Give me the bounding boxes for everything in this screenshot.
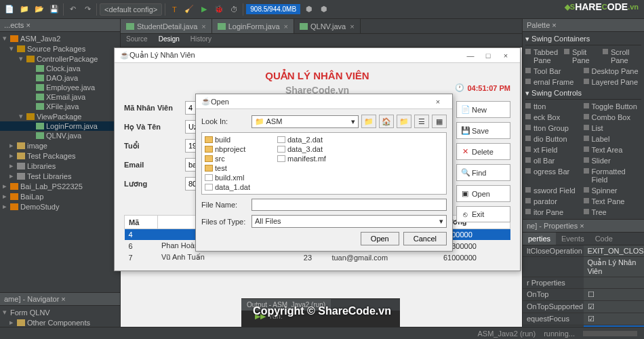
navigator-tab[interactable]: ame] - Navigator × xyxy=(0,293,120,306)
config-combo[interactable]: <default config> xyxy=(100,3,162,16)
property-row[interactable]: Quản Lý Nhân Viên xyxy=(523,257,644,277)
palette-item[interactable]: Tree xyxy=(584,207,642,218)
palette-panel[interactable]: ▾ Swing ContainersTabbed PaneSplit PaneS… xyxy=(523,32,644,219)
palette-item[interactable]: ernal Frame xyxy=(525,77,584,87)
tree-item[interactable]: ▸Test Libraries xyxy=(0,171,120,181)
close-icon[interactable]: × xyxy=(201,22,205,31)
tree-item[interactable]: ▾ASM_Java2 xyxy=(0,33,120,43)
property-row[interactable]: r Properties xyxy=(523,277,644,289)
palette-item[interactable]: eck Box xyxy=(525,112,584,123)
filename-input[interactable] xyxy=(251,199,447,211)
palette-item[interactable]: Tool Bar xyxy=(525,66,584,77)
tree-item[interactable]: ▾ViewPackage xyxy=(0,111,120,121)
palette-item[interactable]: Split Pane xyxy=(564,47,603,66)
prop-tab-code[interactable]: Code xyxy=(590,233,618,245)
project-tree[interactable]: ▾ASM_Java2▾Source Packages▾ControllerPac… xyxy=(0,32,120,292)
file-item[interactable]: data_2.dat xyxy=(277,136,326,144)
profile-icon[interactable]: ⏱ xyxy=(228,3,240,16)
property-row[interactable]: OnTop☐ xyxy=(523,289,644,301)
undo-icon[interactable]: ↶ xyxy=(66,3,79,16)
newfolder-icon[interactable]: 📁 xyxy=(397,115,411,128)
property-row[interactable]: ltCloseOperationEXIT_ON_CLOSE xyxy=(523,245,644,257)
file-list[interactable]: buildnbprojectsrctestbuild.xmldata_1.dat… xyxy=(201,132,447,195)
close-icon[interactable]: × xyxy=(350,22,354,31)
palette-item[interactable]: parator xyxy=(525,196,584,207)
table-row[interactable]: 7Vũ Anh Tuấn23tuan@gmail.com61000000 xyxy=(125,252,510,263)
open-confirm-button[interactable]: Open xyxy=(361,232,399,245)
tree-item[interactable]: ▾ControllerPackage xyxy=(0,54,120,64)
tree-item[interactable]: ▸Libraries xyxy=(0,161,120,171)
palette-item[interactable]: tton xyxy=(525,101,584,112)
palette-item[interactable]: Formatted Field xyxy=(584,166,642,185)
save-all-icon[interactable]: 💾 xyxy=(48,3,60,16)
run-icon[interactable]: ▶ xyxy=(198,3,210,16)
nav-other[interactable]: ▸Other Components xyxy=(0,317,120,327)
tree-item[interactable]: ▾Source Packages xyxy=(0,43,120,54)
projects-tab[interactable]: ...ects × xyxy=(0,19,120,32)
tab-studentdetail[interactable]: StudentDetail.java× xyxy=(121,19,212,33)
tree-item[interactable]: ▸Bai_Lab_PS22325 xyxy=(0,181,120,191)
properties-tab[interactable]: ne] - Properties × xyxy=(523,220,644,233)
subtab-design[interactable]: Design xyxy=(153,34,185,47)
tree-item[interactable]: LoginForm.java xyxy=(0,121,120,131)
palette-item[interactable]: Desktop Pane xyxy=(584,66,642,77)
palette-item[interactable]: Layered Pane xyxy=(584,77,642,87)
new-button[interactable]: 📄New xyxy=(456,101,510,118)
memory-indicator[interactable]: 908.5/944.0MB xyxy=(246,4,300,14)
filetype-combo[interactable]: All Files▾ xyxy=(251,215,447,228)
tree-item[interactable]: QLNV.java xyxy=(0,131,120,140)
tree-item[interactable]: Employee.java xyxy=(0,83,120,92)
palette-item[interactable]: List xyxy=(584,123,642,134)
open-button[interactable]: ▣Open xyxy=(456,185,510,202)
palette-item[interactable]: tton Group xyxy=(525,123,584,134)
extra1-icon[interactable]: ⬢ xyxy=(303,3,315,16)
hammer-icon[interactable]: T xyxy=(168,3,180,16)
palette-item[interactable]: Scroll Pane xyxy=(603,47,641,66)
debug-icon[interactable]: 🐞 xyxy=(213,3,225,16)
palette-item[interactable]: Text Pane xyxy=(584,196,642,207)
properties-grid[interactable]: ltCloseOperationEXIT_ON_CLOSEQuản Lý Nhâ… xyxy=(523,245,644,339)
palette-item[interactable]: oll Bar xyxy=(525,155,584,166)
palette-item[interactable]: xt Field xyxy=(525,144,584,155)
home-icon[interactable]: 🏠 xyxy=(379,115,394,128)
open-icon[interactable]: 📂 xyxy=(33,3,45,16)
palette-item[interactable]: Combo Box xyxy=(584,112,642,123)
new-project-icon[interactable]: 📁 xyxy=(18,3,31,16)
close-icon[interactable]: × xyxy=(284,22,288,31)
subtab-source[interactable]: Source xyxy=(121,34,153,47)
palette-item[interactable]: Spinner xyxy=(584,185,642,196)
exit-button[interactable]: ⎋Exit xyxy=(456,206,510,222)
tree-item[interactable]: ▸BaiLap xyxy=(0,191,120,201)
palette-item[interactable]: Toggle Button xyxy=(584,101,642,112)
close-icon[interactable]: × xyxy=(497,52,515,60)
close-icon[interactable]: × xyxy=(429,98,447,106)
maximize-icon[interactable]: □ xyxy=(479,52,497,60)
open-titlebar[interactable]: ☕ Open × xyxy=(196,94,452,109)
delete-button[interactable]: ✕Delete xyxy=(456,143,510,160)
dialog-titlebar[interactable]: ☕ Quản Lý Nhân Viên — □ × xyxy=(115,48,520,63)
file-item[interactable]: data_3.dat xyxy=(277,145,326,153)
subtab-history[interactable]: History xyxy=(185,34,217,47)
palette-item[interactable]: Label xyxy=(584,134,642,144)
file-item[interactable]: build xyxy=(205,136,250,144)
file-item[interactable]: build.xml xyxy=(205,174,250,182)
palette-item[interactable]: Text Area xyxy=(584,144,642,155)
file-item[interactable]: test xyxy=(205,164,250,172)
tab-loginform[interactable]: LoginForm.java× xyxy=(212,19,294,33)
palette-tab[interactable]: Palette × xyxy=(523,19,644,32)
tree-item[interactable]: ▸DemoStudy xyxy=(0,201,120,212)
palette-item[interactable]: itor Pane xyxy=(525,207,584,218)
tree-item[interactable]: XFile.java xyxy=(0,102,120,111)
tab-qlnv[interactable]: QLNV.java× xyxy=(294,19,361,33)
tree-item[interactable]: XEmail.java xyxy=(0,92,120,102)
up-icon[interactable]: 📁 xyxy=(361,115,376,128)
prop-tab-properties[interactable]: perties xyxy=(523,233,556,245)
file-item[interactable]: nbproject xyxy=(205,145,250,153)
tree-item[interactable]: DAO.java xyxy=(0,73,120,83)
file-item[interactable]: data_1.dat xyxy=(205,183,250,191)
detail-view-icon[interactable]: ▦ xyxy=(432,115,447,128)
tree-item[interactable]: Clock.java xyxy=(0,64,120,73)
tree-item[interactable]: ▸image xyxy=(0,140,120,151)
list-view-icon[interactable]: ☰ xyxy=(414,115,429,128)
redo-icon[interactable]: ↷ xyxy=(81,3,94,16)
